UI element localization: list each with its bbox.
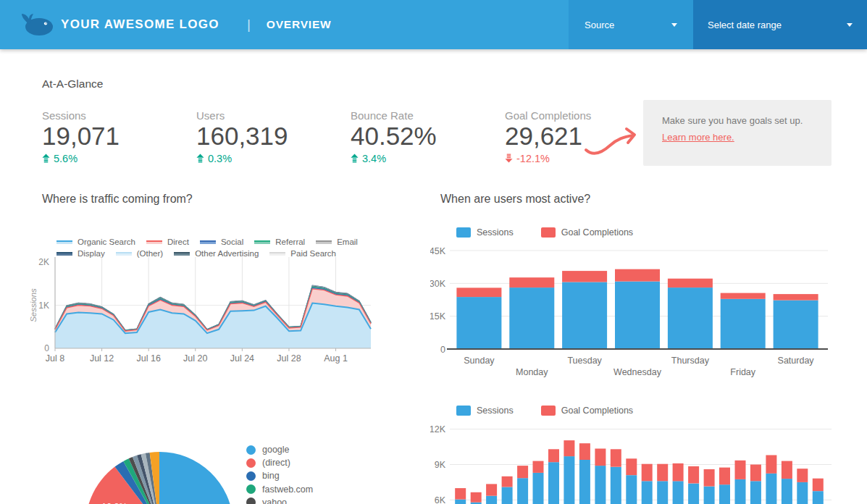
- dashboard-page: YOUR AWESOME LOGO | OVERVIEW Source Sele…: [0, 0, 867, 504]
- legend-swatch: [246, 484, 256, 494]
- legend-label: Goal Completions: [561, 406, 633, 416]
- svg-text:Jul 24: Jul 24: [230, 353, 254, 364]
- traffic-area-chart: 01K2KJul 8Jul 12Jul 16Jul 20Jul 24Jul 28…: [28, 253, 382, 364]
- traffic-section-title: Where is traffic coming from?: [42, 185, 382, 206]
- kpi-label: Users: [196, 109, 351, 122]
- legend-item: Social: [200, 238, 243, 246]
- svg-text:2K: 2K: [38, 257, 49, 267]
- legend-item: Other Advertising: [174, 249, 259, 258]
- svg-text:Thursday: Thursday: [671, 356, 710, 366]
- kpi-sessions: Sessions 19,071 5.6%: [42, 109, 196, 164]
- legend-label: Social: [221, 238, 243, 246]
- legend-label: Goal Completions: [561, 227, 633, 238]
- svg-text:9K: 9K: [435, 460, 446, 470]
- kpi-value: 160,319: [196, 122, 351, 151]
- traffic-section: Where is traffic coming from? Organic Se…: [42, 185, 382, 364]
- svg-text:12K: 12K: [430, 424, 446, 434]
- svg-text:Aug 1: Aug 1: [324, 353, 348, 364]
- svg-text:Saturday: Saturday: [778, 356, 815, 366]
- svg-text:Friday: Friday: [730, 367, 755, 377]
- nav-title: OVERVIEW: [267, 18, 332, 31]
- legend-item: Referral: [254, 238, 305, 246]
- legend-label: Sessions: [477, 406, 514, 416]
- svg-text:Sessions: Sessions: [29, 288, 38, 322]
- svg-text:1K: 1K: [38, 301, 49, 311]
- source-dropdown[interactable]: Source: [569, 0, 693, 49]
- kpi-label: Sessions: [42, 109, 196, 122]
- caret-down-icon: [671, 23, 677, 27]
- legend-label: Paid Search: [290, 249, 336, 258]
- legend-label: Email: [337, 238, 358, 246]
- note-text: Make sure you have goals set up.: [662, 115, 813, 126]
- legend-item: Goal Completions: [541, 406, 633, 416]
- svg-text:45K: 45K: [430, 246, 446, 256]
- legend-swatch: [246, 471, 256, 481]
- weekly-activity-bar-chart: 015K30K45KSundayMondayTuesdayWednesdayTh…: [430, 243, 836, 381]
- activity-section: When are users most active? SessionsGoal…: [430, 185, 867, 504]
- kpi-delta-value: 3.4%: [362, 153, 386, 164]
- delta-up-icon: [42, 154, 50, 163]
- legend-item: Goal Completions: [541, 227, 633, 238]
- svg-text:15K: 15K: [430, 311, 446, 322]
- legend-item: Direct: [146, 238, 189, 246]
- legend-item: yahoo: [246, 496, 313, 504]
- legend-swatch: [200, 240, 216, 244]
- svg-text:Jul 20: Jul 20: [183, 353, 207, 364]
- sketch-arrow-icon: [584, 126, 643, 162]
- svg-text:30K: 30K: [430, 279, 446, 289]
- learn-more-link[interactable]: Learn more here.: [662, 132, 734, 143]
- legend-swatch: [116, 252, 132, 256]
- legend-swatch: [316, 240, 332, 244]
- legend-label: Direct: [167, 238, 189, 246]
- svg-text:Wednesday: Wednesday: [613, 367, 662, 377]
- hourly-activity-bar-chart: 6K9K12K: [430, 420, 836, 504]
- legend-label: Sessions: [477, 227, 514, 238]
- legend-label: yahoo: [262, 497, 287, 504]
- delta-down-icon: [505, 154, 513, 163]
- legend-swatch: [246, 497, 256, 504]
- source-dropdown-label: Source: [585, 20, 614, 30]
- svg-text:Monday: Monday: [516, 367, 548, 377]
- svg-text:0: 0: [44, 343, 49, 353]
- legend-swatch: [269, 252, 285, 256]
- svg-text:Jul 12: Jul 12: [90, 353, 114, 364]
- legend-item: Sessions: [456, 406, 514, 416]
- kpi-label: Bounce Rate: [351, 109, 505, 122]
- legend-label: Other Advertising: [195, 249, 259, 258]
- kpi-delta: 3.4%: [351, 153, 505, 164]
- legend-label: bing: [262, 471, 280, 481]
- delta-up-icon: [351, 154, 359, 163]
- activity-section-title: When are users most active?: [440, 185, 867, 206]
- legend-item: Display: [56, 249, 105, 258]
- header-spacer: [331, 0, 569, 49]
- goals-note-box: Make sure you have goals set up. Learn m…: [643, 100, 832, 166]
- kpi-label: Goal Completions: [505, 109, 659, 122]
- legend-label: Referral: [275, 238, 305, 246]
- legend-swatch: [541, 406, 556, 416]
- legend-swatch: [456, 227, 471, 238]
- kpi-delta-value: -12.1%: [516, 153, 550, 164]
- legend-swatch: [56, 252, 72, 256]
- date-range-dropdown[interactable]: Select date range: [693, 0, 867, 49]
- kpi-bounce-rate: Bounce Rate 40.52% 3.4%: [351, 109, 505, 164]
- legend-swatch: [246, 458, 256, 468]
- svg-text:Jul 16: Jul 16: [137, 353, 161, 364]
- area-chart-legend: Organic SearchDirectSocialReferralEmailD…: [42, 238, 361, 258]
- kpi-users: Users 160,319 0.3%: [196, 109, 351, 164]
- kpi-value: 19,071: [42, 122, 196, 151]
- caret-down-icon: [847, 23, 853, 27]
- legend-swatch: [254, 240, 270, 244]
- kpi-delta-value: 0.3%: [208, 153, 232, 164]
- legend-label: google: [262, 445, 290, 455]
- legend-label: (Other): [137, 249, 163, 258]
- kpi-value: 40.52%: [351, 122, 505, 151]
- legend-label: Display: [78, 249, 105, 258]
- svg-text:6K: 6K: [435, 495, 446, 504]
- weekly-chart-legend: SessionsGoal Completions: [456, 227, 867, 238]
- pie-chart-legend: google(direct)bingfastweb.comyahoo: [246, 443, 313, 504]
- legend-swatch: [56, 240, 72, 244]
- glance-title: At-A-Glance: [42, 77, 832, 91]
- legend-item: bing: [246, 469, 313, 482]
- legend-item: Paid Search: [269, 249, 336, 258]
- svg-text:0: 0: [440, 345, 445, 355]
